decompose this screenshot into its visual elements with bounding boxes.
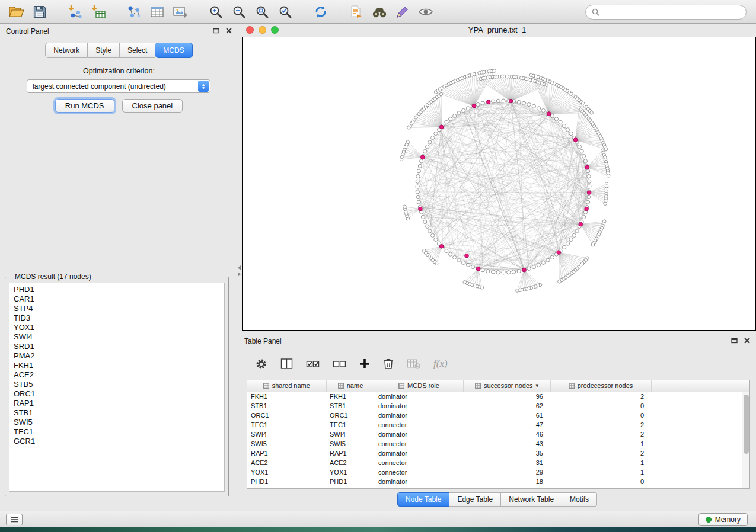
table-cell[interactable]: SWI5 — [247, 439, 326, 448]
table-cell[interactable]: 31 — [463, 458, 550, 467]
mcds-result-item[interactable]: RAP1 — [14, 399, 220, 408]
close-panel-button[interactable]: Close panel — [122, 99, 183, 113]
zoom-out-icon[interactable] — [229, 2, 248, 21]
memory-button[interactable]: Memory — [698, 513, 748, 526]
table-cell[interactable]: 47 — [463, 420, 550, 430]
table-cell[interactable]: 43 — [463, 439, 550, 448]
tab-select[interactable]: Select — [120, 43, 155, 58]
table-cell[interactable]: 46 — [463, 430, 550, 439]
panel-splitter-handle[interactable] — [236, 264, 242, 277]
table-cell[interactable]: FKH1 — [247, 392, 326, 401]
table-row[interactable]: PHD1PHD1dominator180 — [247, 477, 749, 486]
table-cell[interactable]: 62 — [463, 401, 550, 411]
close-panel-icon[interactable] — [744, 337, 750, 345]
table-cell[interactable]: connector — [375, 420, 463, 430]
table-cell[interactable]: dominator — [375, 392, 463, 401]
table-cell[interactable]: 0 — [550, 477, 651, 486]
column-header-predecessor-nodes[interactable]: predecessor nodes — [550, 380, 651, 392]
table-cell[interactable]: RAP1 — [247, 448, 326, 458]
import-network-icon[interactable] — [66, 2, 85, 21]
table-cell[interactable]: ORC1 — [326, 411, 375, 420]
table-scrollbar[interactable] — [742, 392, 749, 488]
table-row[interactable]: TEC1TEC1connector472 — [247, 420, 749, 430]
table-cell[interactable]: STB1 — [247, 401, 326, 411]
network-view[interactable] — [243, 37, 755, 330]
status-menu-button[interactable] — [6, 514, 23, 525]
table-cell[interactable]: FKH1 — [326, 392, 375, 401]
table-cell[interactable]: ACE2 — [326, 458, 375, 467]
table-cell[interactable]: 35 — [463, 448, 550, 458]
new-network-icon[interactable] — [125, 2, 143, 21]
column-header-name[interactable]: name — [326, 380, 375, 392]
zoom-selected-icon[interactable] — [276, 2, 295, 21]
network-canvas[interactable] — [242, 37, 756, 331]
export-image-icon[interactable] — [171, 2, 190, 21]
table-row[interactable]: FKH1FKH1dominator962 — [247, 392, 749, 401]
table-cell[interactable]: 2 — [550, 420, 651, 430]
mcds-result-list[interactable]: PHD1CAR1STP4TID3YOX1SWI4SRD1PMA2FKH1ACE2… — [9, 283, 225, 492]
tab-node-table[interactable]: Node Table — [397, 492, 450, 507]
tab-motifs[interactable]: Motifs — [562, 492, 597, 507]
mcds-result-item[interactable]: FKH1 — [14, 361, 220, 370]
table-cell[interactable]: 2 — [550, 448, 651, 458]
tab-style[interactable]: Style — [88, 43, 120, 58]
mcds-result-item[interactable]: PMA2 — [14, 351, 220, 361]
table-cell[interactable]: SWI4 — [247, 430, 326, 439]
save-session-icon[interactable] — [30, 2, 49, 21]
sort-indicator-icon[interactable]: ▾ — [536, 383, 539, 389]
table-cell[interactable]: PHD1 — [247, 477, 326, 486]
table-row[interactable]: ACE2ACE2connector311 — [247, 458, 749, 467]
mcds-result-item[interactable]: ACE2 — [14, 370, 220, 380]
table-cell[interactable]: SWI4 — [326, 430, 375, 439]
zoom-fit-icon[interactable] — [253, 2, 272, 21]
table-cell[interactable]: TEC1 — [247, 420, 326, 430]
table-row[interactable]: STB1STB1dominator620 — [247, 401, 749, 411]
table-cell[interactable]: dominator — [375, 430, 463, 439]
table-row[interactable]: SWI4SWI4dominator462 — [247, 430, 749, 439]
mcds-result-item[interactable]: SWI5 — [14, 418, 220, 427]
float-panel-icon[interactable] — [213, 27, 219, 36]
delete-column-trash-icon[interactable] — [383, 358, 394, 370]
zoom-in-icon[interactable] — [206, 2, 225, 21]
deselect-all-columns-icon[interactable] — [333, 358, 346, 369]
table-cell[interactable]: ACE2 — [247, 458, 326, 467]
tab-network[interactable]: Network — [45, 43, 88, 58]
table-cell[interactable]: dominator — [375, 448, 463, 458]
mcds-result-item[interactable]: SRD1 — [14, 342, 220, 351]
table-cell[interactable]: PHD1 — [326, 477, 375, 486]
table-cell[interactable]: connector — [375, 439, 463, 448]
table-cell[interactable]: 1 — [550, 467, 651, 477]
run-mcds-button[interactable]: Run MCDS — [55, 99, 114, 113]
table-cell[interactable]: YOX1 — [326, 467, 375, 477]
network-table-icon[interactable] — [148, 2, 167, 21]
mcds-result-item[interactable]: STB1 — [14, 408, 220, 418]
optimization-criterion-select[interactable]: largest connected component (undirected)… — [27, 79, 210, 93]
show-hide-eye-icon[interactable] — [416, 2, 435, 21]
scrollbar-thumb[interactable] — [744, 395, 749, 454]
share-document-icon[interactable] — [347, 2, 366, 21]
close-panel-icon[interactable] — [226, 27, 232, 36]
table-cell[interactable]: RAP1 — [326, 448, 375, 458]
mcds-result-item[interactable]: PHD1 — [14, 285, 220, 294]
table-cell[interactable]: 1 — [550, 458, 651, 467]
tab-edge-table[interactable]: Edge Table — [449, 492, 501, 507]
tab-network-table[interactable]: Network Table — [501, 492, 562, 507]
tab-mcds[interactable]: MCDS — [155, 43, 192, 58]
table-cell[interactable]: 2 — [550, 392, 651, 401]
import-table-icon[interactable] — [89, 2, 108, 21]
mcds-result-item[interactable]: SWI4 — [14, 332, 220, 342]
table-settings-gear-icon[interactable] — [255, 358, 267, 370]
table-cell[interactable]: STB1 — [326, 401, 375, 411]
add-column-icon[interactable] — [359, 358, 370, 369]
mcds-result-item[interactable]: GCR1 — [14, 437, 220, 446]
search-network-binoculars-icon[interactable] — [370, 2, 389, 21]
select-all-columns-icon[interactable] — [306, 358, 320, 369]
table-cell[interactable]: TEC1 — [326, 420, 375, 430]
show-column-panel-icon[interactable] — [280, 358, 293, 369]
table-row[interactable]: ORC1ORC1dominator610 — [247, 411, 749, 420]
table-cell[interactable]: dominator — [375, 411, 463, 420]
table-row[interactable]: SWI5SWI5connector431 — [247, 439, 749, 448]
mcds-result-item[interactable]: YOX1 — [14, 323, 220, 332]
table-cell[interactable]: dominator — [375, 477, 463, 486]
table-cell[interactable]: dominator — [375, 401, 463, 411]
